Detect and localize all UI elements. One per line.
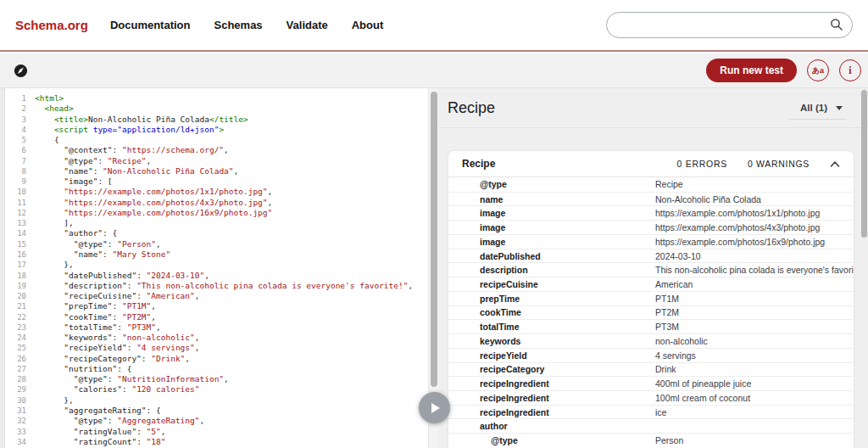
property-value: https://example.com/photos/4x3/photo.jpg (655, 222, 854, 232)
run-new-test-button[interactable]: Run new test (706, 59, 797, 82)
property-value: 2024-03-10 (655, 251, 854, 261)
property-row[interactable]: recipeIngredient100ml cream of coconut (448, 390, 854, 405)
type-filter-label: All (1) (800, 103, 827, 113)
results-scrollbar-thumb[interactable] (861, 90, 867, 238)
property-value: 400ml of pineapple juice (655, 378, 854, 389)
property-name: @type (480, 179, 655, 189)
schema-org-logo[interactable]: Schema.org (15, 18, 88, 32)
code-line: 4 <script type="application/ld+json"> (6, 125, 413, 135)
line-number: 22 (6, 312, 26, 322)
property-row[interactable]: imagehttps://example.com/photos/1x1/phot… (448, 205, 854, 220)
property-row[interactable]: recipeCategoryDrink (448, 362, 854, 377)
code-line: 3 <title>Non-Alcoholic Piña Colada</titl… (6, 115, 413, 125)
code-line: 21 "prepTime": "PT1M", (6, 301, 413, 311)
property-row[interactable]: cookTimePT2M (448, 305, 854, 320)
line-number: 14 (6, 228, 26, 238)
property-row[interactable]: @typeRecipe (448, 177, 854, 192)
results-scrollbar[interactable] (860, 88, 868, 448)
code-line: 34 "ratingCount": "18" (6, 437, 413, 447)
property-name: author (480, 421, 655, 431)
editor-gutter-ruler (0, 88, 5, 448)
line-number: 29 (6, 384, 26, 395)
code-line: 5 { (6, 135, 413, 145)
property-row[interactable]: recipeCuisineAmerican (448, 277, 854, 291)
property-value: 4 servings (655, 350, 854, 361)
code-line: 19 "description": "This non-alcoholic pi… (6, 281, 413, 291)
property-value: Non-Alcoholic Piña Colada (655, 194, 854, 204)
code-line: 20 "recipeCuisine": "American", (6, 291, 413, 301)
code-line: 23 "totalTime": "PT3M", (6, 322, 413, 333)
property-name: prepTime (480, 294, 655, 304)
property-value: PT1M (655, 294, 854, 304)
property-value: Drink (655, 364, 854, 374)
property-row[interactable]: imagehttps://example.com/photos/4x3/phot… (448, 220, 854, 234)
line-number: 26 (6, 354, 26, 364)
property-value: https://example.com/photos/1x1/photo.jpg (655, 208, 854, 218)
property-row[interactable]: nameNon-Alcoholic Piña Colada (448, 192, 854, 206)
nav-item-about[interactable]: About (352, 19, 384, 31)
code-line: 27 "nutrition": { (6, 364, 413, 374)
code-line: 13 ], (6, 218, 413, 228)
line-number: 27 (6, 364, 26, 374)
code-line: 7 "@type": "Recipe", (6, 156, 413, 166)
property-row[interactable]: descriptionThis non-alcoholic pina colad… (448, 262, 854, 277)
line-number: 11 (6, 198, 26, 208)
search-icon[interactable] (830, 18, 843, 31)
property-row[interactable]: @typePerson (448, 433, 854, 447)
property-row[interactable]: keywordsnon-alcoholic (448, 333, 854, 348)
language-icon[interactable]: あa (807, 59, 829, 81)
property-value: American (655, 279, 854, 289)
results-header: Recipe All (1) (438, 88, 868, 120)
line-number: 33 (6, 427, 26, 437)
property-row[interactable]: prepTimePT1M (448, 291, 854, 305)
code-line: 9 "image": [ (6, 176, 413, 187)
line-number: 15 (6, 239, 26, 249)
chevron-up-icon[interactable] (830, 160, 840, 168)
property-row[interactable]: recipeYield4 servings (448, 348, 854, 362)
code-lines: 1<html>2 <head>3 <title>Non-Alcoholic Pi… (6, 93, 413, 448)
property-row[interactable]: totalTimePT3M (448, 319, 854, 333)
code-line: 18 "datePublished": "2024-03-10", (6, 271, 413, 281)
property-value: non-alcoholic (655, 336, 854, 346)
search-box (606, 12, 853, 38)
property-name: datePublished (480, 251, 655, 261)
property-row[interactable]: author (448, 418, 854, 433)
code-editor[interactable]: 1<html>2 <head>3 <title>Non-Alcoholic Pi… (0, 88, 428, 448)
code-line: 24 "keywords": "non-alcoholic", (6, 333, 413, 343)
code-line: 30 }, (6, 395, 413, 406)
line-number: 19 (6, 281, 26, 291)
nav-item-validate[interactable]: Validate (287, 19, 328, 31)
info-icon[interactable]: i (839, 59, 861, 81)
entity-card-header[interactable]: Recipe 0 ERRORS 0 WARNINGS (448, 151, 854, 177)
nav-item-documentation[interactable]: Documentation (110, 19, 191, 31)
entity-card: Recipe 0 ERRORS 0 WARNINGS @typeRecipena… (448, 150, 854, 448)
line-number: 12 (6, 208, 26, 218)
property-value: Person (655, 435, 854, 445)
code-line: 8 "name": "Non-Alcoholic Piña Colada", (6, 166, 413, 176)
property-value: Recipe (655, 179, 854, 189)
run-test-play-button[interactable] (419, 392, 450, 423)
code-line: 1<html> (6, 93, 413, 104)
code-line: 10 "https://example.com/photos/1x1/photo… (6, 187, 413, 197)
search-input[interactable] (606, 12, 853, 38)
property-row[interactable]: recipeIngredient400ml of pineapple juice (448, 376, 854, 390)
line-number: 23 (6, 322, 26, 333)
nav-item-schemas[interactable]: Schemas (214, 19, 263, 31)
editor-scrollbar-thumb[interactable] (431, 92, 437, 387)
line-number: 6 (6, 145, 26, 155)
property-name: recipeIngredient (480, 407, 655, 417)
results-divider (438, 127, 868, 128)
property-name: cookTime (480, 307, 655, 317)
code-line: 11 "https://example.com/photos/4x3/photo… (6, 198, 413, 208)
property-name: recipeCuisine (480, 279, 655, 289)
line-number: 13 (6, 218, 26, 228)
type-filter-dropdown[interactable]: All (1) (788, 103, 846, 120)
property-row[interactable]: datePublished2024-03-10 (448, 249, 854, 263)
property-row[interactable]: imagehttps://example.com/photos/16x9/pho… (448, 234, 854, 249)
errors-count: 0 ERRORS (677, 159, 727, 169)
property-table: @typeRecipenameNon-Alcoholic Piña Colada… (448, 177, 854, 447)
globe-icon[interactable] (14, 64, 28, 78)
line-number: 20 (6, 291, 26, 301)
property-value: PT2M (655, 307, 854, 317)
property-row[interactable]: recipeIngredientice (448, 405, 854, 419)
